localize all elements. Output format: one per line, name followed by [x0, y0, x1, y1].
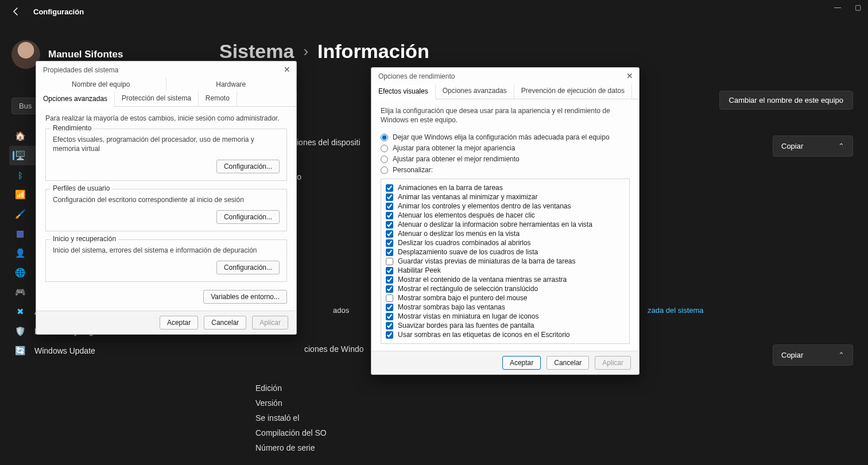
visual-effect-checkbox[interactable]: Mostrar el rectángulo de selección trans…	[386, 285, 625, 293]
copy-device-specs-button[interactable]: Copiar ⌃	[773, 135, 853, 157]
tab[interactable]: Protección del sistema	[115, 91, 199, 106]
checkbox-input[interactable]	[386, 285, 393, 293]
dialog-title: Propiedades del sistema	[36, 61, 296, 78]
cancel-button[interactable]: Cancelar	[204, 316, 246, 330]
sidebar-icon: 🔄	[15, 346, 25, 356]
checkbox-input[interactable]	[386, 239, 393, 247]
radio-option[interactable]: Ajustar para obtener la mejor apariencia	[381, 144, 630, 152]
minimize-icon[interactable]: —	[834, 3, 841, 11]
visual-effect-checkbox[interactable]: Suavizar bordes para las fuentes de pant…	[386, 321, 625, 330]
dialog-title: Opciones de rendimiento	[371, 68, 639, 84]
radio-input[interactable]	[381, 134, 388, 141]
sidebar-icon: ✖	[15, 307, 25, 317]
close-icon[interactable]: ✕	[626, 71, 633, 80]
groupbox-startup-recovery: Inicio y recuperación Inicio del sistema…	[45, 239, 287, 282]
tab[interactable]: Remoto	[199, 91, 237, 106]
checkbox-input[interactable]	[386, 230, 393, 238]
windows-spec-card-title: ciones de Windo	[304, 344, 364, 354]
radio-input[interactable]	[381, 166, 388, 174]
tab[interactable]: Opciones avanzadas	[36, 92, 115, 107]
sidebar-icon: 👤	[15, 248, 25, 258]
group-desc: Configuración del escritorio correspondi…	[53, 195, 280, 204]
apply-button[interactable]: Aplicar	[595, 356, 631, 370]
tab[interactable]: Efectos visuales	[371, 84, 436, 99]
tab[interactable]: Prevención de ejecución de datos	[514, 84, 632, 99]
visual-effect-checkbox[interactable]: Desplazamiento suave de los cuadros de l…	[386, 248, 625, 256]
checkbox-input[interactable]	[386, 203, 393, 210]
checkbox-input[interactable]	[386, 313, 393, 320]
sidebar-icon: ᛒ	[15, 170, 25, 180]
visual-effect-checkbox[interactable]: Atenuar los elementos después de hacer c…	[386, 211, 625, 219]
rename-pc-button[interactable]: Cambiar el nombre de este equipo	[719, 91, 853, 110]
maximize-icon[interactable]: ▢	[855, 3, 861, 11]
spec-row: Número de serie	[255, 443, 327, 452]
visual-effect-checkbox[interactable]: Atenuar o deslizar los menús en la vista	[386, 230, 625, 238]
checkbox-label: Animaciones en la barra de tareas	[398, 184, 503, 192]
cancel-button[interactable]: Cancelar	[547, 356, 589, 370]
checkbox-label: Animar las ventanas al minimizar y maxim…	[398, 193, 537, 201]
visual-effect-checkbox[interactable]: Mostrar el contenido de la ventana mient…	[386, 276, 625, 284]
visual-effect-checkbox[interactable]: Mostrar sombras bajo las ventanas	[386, 303, 625, 311]
radio-option[interactable]: Dejar que Windows elija la configuración…	[381, 133, 630, 141]
checkbox-input[interactable]	[386, 184, 393, 192]
env-vars-button[interactable]: Variables de entorno...	[203, 290, 287, 304]
visual-effects-list[interactable]: Animaciones en la barra de tareasAnimar …	[381, 179, 630, 344]
groupbox-user-profiles: Perfiles de usuario Configuración del es…	[45, 189, 287, 231]
profiles-config-button[interactable]: Configuración...	[216, 210, 280, 224]
radio-input[interactable]	[381, 145, 388, 152]
visual-effect-checkbox[interactable]: Habilitar Peek	[386, 266, 625, 274]
checkbox-input[interactable]	[386, 331, 393, 339]
visual-effect-checkbox[interactable]: Mostrar vistas en miniatura en lugar de …	[386, 312, 625, 320]
ok-button[interactable]: Aceptar	[502, 356, 541, 370]
chevron-up-icon: ⌃	[838, 142, 844, 150]
checkbox-input[interactable]	[386, 294, 393, 302]
checkbox-input[interactable]	[386, 304, 393, 311]
visual-effect-checkbox[interactable]: Atenuar o deslizar la información sobre …	[386, 220, 625, 228]
visual-effect-checkbox[interactable]: Animaciones en la barra de tareas	[386, 184, 625, 192]
tab[interactable]: Opciones avanzadas	[436, 84, 514, 99]
checkbox-input[interactable]	[386, 212, 393, 219]
ok-button[interactable]: Aceptar	[160, 316, 198, 330]
group-title: Perfiles de usuario	[51, 184, 112, 192]
close-icon[interactable]: ✕	[284, 65, 290, 74]
checkbox-input[interactable]	[386, 267, 393, 274]
visual-effect-checkbox[interactable]: Mostrar sombra bajo el puntero del mouse	[386, 294, 625, 302]
tab[interactable]: Nombre del equipo	[36, 78, 166, 91]
copy-label: Copiar	[781, 351, 803, 359]
visual-effect-checkbox[interactable]: Usar sombras en las etiquetas de iconos …	[386, 331, 625, 339]
spec-row: Edición	[255, 383, 327, 393]
checkbox-input[interactable]	[386, 258, 393, 265]
sidebar-icon: ▦	[15, 228, 25, 239]
checkbox-label: Guardar vistas previas de miniaturas de …	[398, 257, 576, 265]
link-system-advanced[interactable]: zada del sistema	[648, 306, 704, 315]
search-input[interactable]: Bus	[11, 98, 38, 114]
tab[interactable]: Hardware	[166, 78, 297, 91]
checkbox-input[interactable]	[386, 249, 393, 256]
checkbox-input[interactable]	[386, 322, 393, 330]
spec-row: Compilación del SO	[255, 428, 327, 437]
radio-option[interactable]: Personalizar:	[381, 166, 630, 174]
sidebar-item-update[interactable]: 🔄Windows Update	[9, 341, 158, 361]
copy-windows-specs-button[interactable]: Copiar ⌃	[773, 344, 853, 366]
group-title: Inicio y recuperación	[51, 235, 118, 243]
breadcrumb-parent[interactable]: Sistema	[219, 40, 294, 63]
radio-input[interactable]	[381, 156, 388, 163]
checkbox-input[interactable]	[386, 276, 393, 284]
startup-config-button[interactable]: Configuración...	[216, 261, 280, 274]
dialog-intro: Elija la configuración que desea usar pa…	[381, 106, 630, 125]
apply-button[interactable]: Aplicar	[252, 316, 288, 330]
visual-effect-checkbox[interactable]: Deslizar los cuadros combinados al abrir…	[386, 239, 625, 247]
sidebar-icon: 🌐	[15, 268, 25, 278]
visual-effect-checkbox[interactable]: Animar los controles y elementos dentro …	[386, 202, 625, 210]
checkbox-input[interactable]	[386, 221, 393, 228]
visual-effect-checkbox[interactable]: Guardar vistas previas de miniaturas de …	[386, 257, 625, 265]
checkbox-label: Mostrar sombra bajo el puntero del mouse	[398, 294, 527, 302]
app-title: Configuración	[33, 7, 84, 16]
checkbox-input[interactable]	[386, 193, 393, 201]
back-icon[interactable]	[11, 7, 21, 16]
checkbox-label: Atenuar los elementos después de hacer c…	[398, 211, 535, 219]
visual-effect-checkbox[interactable]: Animar las ventanas al minimizar y maxim…	[386, 193, 625, 201]
perf-config-button[interactable]: Configuración...	[216, 160, 280, 173]
radio-option[interactable]: Ajustar para obtener el mejor rendimient…	[381, 155, 630, 163]
group-desc: Efectos visuales, programación del proce…	[53, 135, 280, 153]
